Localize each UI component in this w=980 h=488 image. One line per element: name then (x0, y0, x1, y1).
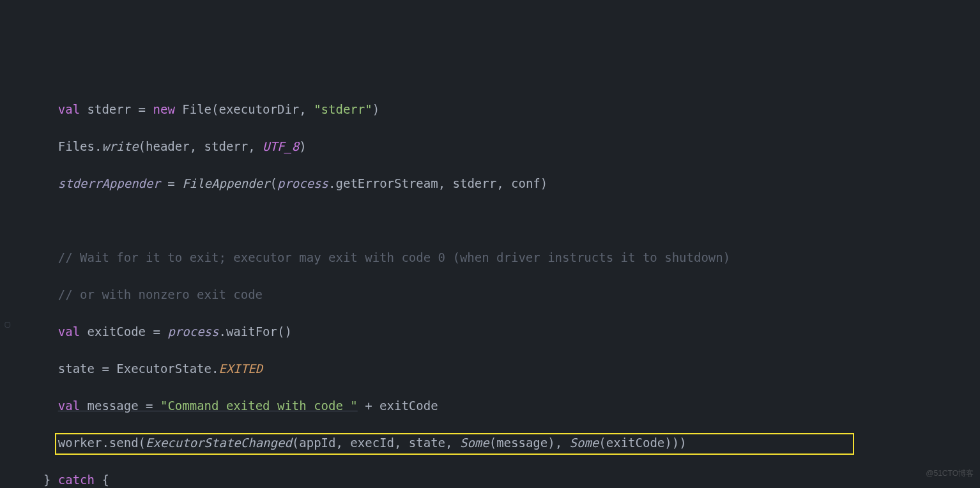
code-line: val exitCode = process.waitFor() (29, 323, 980, 341)
keyword-new: new (153, 102, 175, 116)
code-line: // Wait for it to exit; executor may exi… (29, 248, 980, 267)
gutter-icon (0, 426, 13, 445)
keyword-catch: catch (58, 473, 95, 487)
code-line: state = ExecutorState.EXITED (29, 360, 980, 378)
comment: // or with nonzero exit code (58, 287, 263, 301)
code-line: val stderr = new File(executorDir, "stde… (29, 100, 980, 119)
code-line: Files.write(header, stderr, UTF_8) (29, 137, 980, 156)
gutter-icon (0, 482, 13, 488)
keyword-val: val (58, 102, 80, 116)
code-line: stderrAppender = FileAppender(process.ge… (29, 174, 980, 193)
bookmark-icon: ▢ (0, 315, 13, 333)
gutter-icon (0, 37, 13, 56)
gutter: ▢ ▢ ▢ (0, 0, 13, 488)
code-line-blank (29, 211, 980, 230)
code-line-highlighted: worker.send(ExecutorStateChanged(appId, … (29, 434, 980, 452)
gutter-icon (0, 259, 13, 278)
keyword-val: val (58, 324, 80, 339)
code-line: // or with nonzero exit code (29, 286, 980, 304)
comment: // Wait for it to exit; executor may exi… (58, 250, 730, 264)
gutter-icon (0, 148, 13, 167)
code-line: } catch { (29, 471, 980, 488)
keyword-val: val (58, 399, 80, 413)
code-editor[interactable]: ▢ ▢ ▢ val stderr = new File(executorDir,… (0, 0, 980, 488)
code-line: val message = "Command exited with code … (29, 397, 980, 415)
gutter-icon (0, 204, 13, 222)
watermark: @51CTO博客 (926, 464, 974, 483)
code-area[interactable]: val stderr = new File(executorDir, "stde… (0, 82, 980, 488)
string-literal: "stderr" (314, 102, 372, 116)
gutter-icon (0, 93, 13, 111)
string-literal: "Command exited with code " (160, 399, 358, 413)
gutter-icon (0, 370, 13, 389)
